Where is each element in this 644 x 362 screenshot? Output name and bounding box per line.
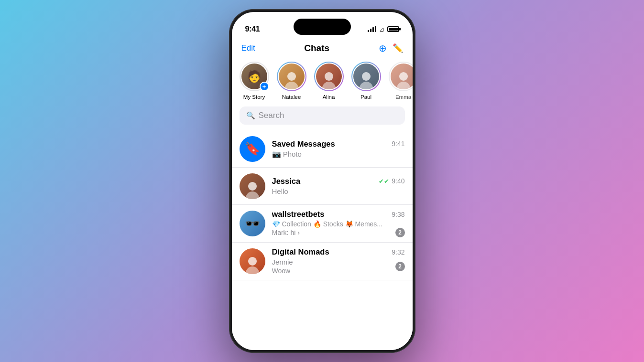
paul-head (362, 72, 371, 81)
nav-actions: ⊕ ✏️ (379, 43, 403, 54)
jessica-body (246, 192, 259, 199)
battery-fill (389, 28, 398, 31)
story-my-story[interactable]: 🧑 + My Story (240, 62, 269, 100)
alina-ring (314, 62, 344, 91)
chat-item-digital-nomads[interactable]: Digital Nomads 9:32 Jennie Woow 2 (232, 243, 413, 280)
paul-ring (351, 62, 381, 91)
wsb-avatar: 🕶️ (240, 211, 265, 236)
saved-messages-header: Saved Messages 9:41 (272, 139, 405, 149)
jessica-time: 9:40 (392, 177, 404, 185)
alina-avatar (316, 64, 342, 89)
jessica-preview: Hello (272, 187, 288, 195)
wsb-sub-preview: Mark: hi › (272, 229, 300, 236)
add-chat-icon[interactable]: ⊕ (379, 43, 387, 54)
status-icons: ⊿ (368, 26, 399, 33)
story-label-emma: Emma (395, 94, 411, 100)
digital-nomads-sub-row: Jennie Woow 2 (272, 258, 405, 275)
paul-avatar-wrapper (351, 62, 381, 91)
wsb-preview-topics: 💎 Collection 🔥 Stocks 🦊 Memes... (272, 220, 405, 228)
saved-messages-info: Saved Messages 9:41 📷 Photo (272, 139, 405, 159)
story-label-paul: Paul (360, 94, 371, 100)
wsb-preview-text: 💎 Collection 🔥 Stocks 🦊 Memes... (272, 220, 383, 228)
jessica-header: Jessica ✔✔ 9:40 (272, 177, 405, 186)
phone-wrapper: 9:41 ⊿ Edit Chats (229, 9, 415, 353)
digital-nomads-sub-preview: Woow (272, 267, 291, 275)
digital-nomads-badge: 2 (395, 262, 405, 271)
saved-messages-time: 9:41 (392, 140, 404, 148)
search-icon: 🔍 (246, 111, 255, 120)
page-title: Chats (304, 43, 329, 53)
natalee-ring (277, 62, 306, 91)
natalee-person (279, 64, 305, 89)
wsb-time: 9:38 (392, 211, 404, 218)
digital-nomads-avatar (240, 248, 265, 274)
stories-row: 🧑 + My Story (232, 59, 413, 106)
wsb-name: wallstreetbets (272, 210, 325, 219)
saved-messages-name: Saved Messages (272, 139, 335, 149)
digital-head (248, 257, 257, 266)
story-label-mystory: My Story (243, 94, 265, 100)
digital-nomads-time: 9:32 (392, 248, 404, 256)
saved-messages-preview: 📷 Photo (272, 150, 302, 158)
emma-person (391, 64, 413, 89)
my-story-person-icon: 🧑 (247, 70, 262, 83)
story-emma[interactable]: Emma (389, 62, 413, 100)
chat-list: 🔖 Saved Messages 9:41 📷 Photo (232, 130, 413, 350)
paul-avatar (353, 64, 379, 89)
alina-head (325, 72, 333, 81)
paul-body (360, 82, 373, 89)
story-paul[interactable]: Paul (351, 62, 381, 100)
edit-button[interactable]: Edit (241, 43, 255, 53)
jessica-avatar (240, 173, 265, 199)
compose-icon[interactable]: ✏️ (393, 43, 403, 53)
dynamic-island (294, 19, 351, 35)
phone-frame: 9:41 ⊿ Edit Chats (229, 9, 415, 353)
alina-body (322, 82, 336, 89)
digital-nomads-right: 9:32 (392, 248, 404, 256)
signal-bar-1 (368, 30, 369, 32)
natalee-head (287, 72, 296, 81)
digital-nomads-preview-block: Jennie Woow (272, 258, 293, 275)
wifi-icon: ⊿ (379, 26, 384, 33)
wsb-info: wallstreetbets 9:38 💎 Collection 🔥 Stock… (272, 210, 405, 237)
natalee-avatar-wrapper (277, 62, 306, 91)
search-bar[interactable]: 🔍 Search (240, 106, 405, 125)
search-container: 🔍 Search (232, 106, 413, 130)
emma-head (399, 72, 408, 81)
digital-nomads-info: Digital Nomads 9:32 Jennie Woow 2 (272, 247, 405, 275)
natalee-body (285, 82, 298, 89)
emma-body (397, 82, 410, 89)
search-placeholder: Search (259, 111, 284, 120)
emma-avatar-wrapper (389, 62, 413, 91)
signal-bars-icon (368, 26, 376, 32)
alina-avatar-wrapper (314, 62, 344, 91)
status-time: 9:41 (245, 25, 260, 33)
add-story-badge: + (260, 82, 269, 91)
my-story-avatar-wrapper: 🧑 + (240, 62, 269, 91)
jessica-time-row: ✔✔ 9:40 (379, 177, 404, 185)
digital-body (246, 266, 259, 274)
digital-nomads-name: Digital Nomads (272, 247, 329, 256)
story-natalee[interactable]: Natalee (277, 62, 306, 100)
nav-bar: Edit Chats ⊕ ✏️ (232, 39, 413, 59)
jessica-name: Jessica (272, 177, 301, 186)
story-alina[interactable]: Alina (314, 62, 344, 100)
chat-item-jessica[interactable]: Jessica ✔✔ 9:40 Hello (232, 168, 413, 205)
story-label-natalee: Natalee (282, 94, 301, 100)
read-check-icon: ✔✔ (379, 178, 389, 185)
emma-avatar (391, 64, 413, 89)
wsb-sub-row: Mark: hi › 2 (272, 228, 405, 237)
signal-bar-3 (372, 27, 374, 32)
signal-bar-2 (370, 29, 371, 32)
wsb-header: wallstreetbets 9:38 (272, 210, 405, 219)
wsb-right: 9:38 (392, 211, 404, 218)
digital-nomads-preview: Jennie (272, 258, 293, 266)
digital-nomads-header: Digital Nomads 9:32 (272, 247, 405, 256)
chat-item-wsb[interactable]: 🕶️ wallstreetbets 9:38 💎 Collection 🔥 St… (232, 205, 413, 243)
natalee-avatar (279, 64, 305, 89)
jessica-info: Jessica ✔✔ 9:40 Hello (272, 177, 405, 196)
story-label-alina: Alina (323, 94, 335, 100)
chat-item-saved-messages[interactable]: 🔖 Saved Messages 9:41 📷 Photo (232, 130, 413, 168)
saved-messages-avatar: 🔖 (240, 136, 265, 162)
emma-ring (389, 62, 413, 91)
